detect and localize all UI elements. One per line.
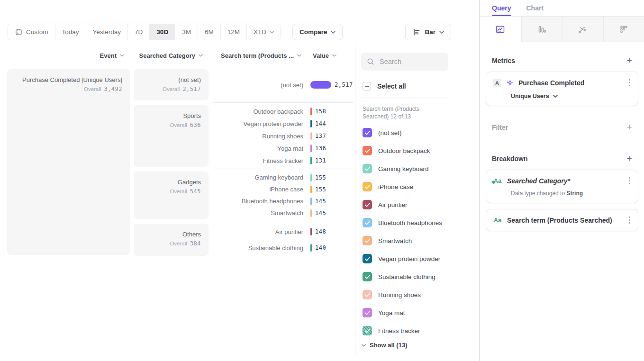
event-cell[interactable]: Purchase Completed [Unique Users] Overal… — [7, 69, 130, 255]
category-cell[interactable]: Sports Overall636 — [134, 105, 209, 167]
term-checkbox[interactable] — [363, 182, 372, 191]
date-range-yesterday[interactable]: Yesterday — [86, 24, 128, 40]
term-filter-item[interactable]: Air purifier — [363, 196, 479, 214]
search-input[interactable] — [379, 57, 442, 66]
term-row[interactable]: Vegan protein powder 144 — [213, 118, 354, 129]
term-filter-item[interactable]: iPhone case — [363, 178, 479, 196]
term-checkbox[interactable] — [363, 128, 372, 137]
date-range-xtd[interactable]: XTD — [246, 24, 281, 40]
show-all-button[interactable]: Show all (13) — [362, 342, 479, 349]
term-checkbox[interactable] — [363, 272, 372, 281]
term-checkbox[interactable] — [363, 326, 372, 335]
date-range-today[interactable]: Today — [55, 24, 86, 40]
term-row[interactable]: Yoga mat 136 — [213, 143, 354, 153]
term-row[interactable]: Smartwatch 145 — [213, 208, 354, 218]
breakdown-options-kebab-icon[interactable] — [627, 216, 632, 225]
breakdown-card[interactable]: Aa Search term (Products Searched) — [486, 209, 638, 231]
term-row[interactable]: Outdoor backpack 158 — [213, 106, 354, 117]
category-cell[interactable]: (not set) Overall2,517 — [134, 69, 209, 100]
compare-button[interactable]: Compare — [292, 24, 343, 40]
term-label: Bluetooth headphones — [213, 198, 303, 205]
term-filter-item[interactable]: (not set) — [363, 124, 479, 142]
term-filter-item[interactable]: Gaming keyboard — [363, 160, 479, 178]
term-row[interactable]: (not set) 2,517 — [213, 80, 354, 90]
add-filter-button[interactable]: + — [624, 122, 635, 133]
horizontal-bar-chart-icon — [412, 28, 421, 36]
term-filter-item[interactable]: Running shoes — [363, 286, 479, 304]
term-filter-item[interactable]: Bluetooth headphones — [363, 214, 479, 232]
report-tab-retention-icon[interactable] — [603, 17, 644, 42]
term-label: iPhone case — [213, 186, 303, 193]
term-filter-item[interactable]: Sustainable clothing — [363, 268, 479, 286]
search-box[interactable] — [361, 53, 448, 71]
breakdown-title: Breakdown — [492, 155, 527, 162]
term-checkbox[interactable] — [363, 218, 372, 227]
date-range-30d[interactable]: 30D — [149, 24, 175, 40]
date-range-3m[interactable]: 3M — [175, 24, 198, 40]
group-separator — [213, 221, 354, 221]
select-all-row[interactable]: Select all — [363, 82, 479, 90]
term-checkbox[interactable] — [363, 200, 372, 209]
check-icon — [364, 274, 371, 280]
chart-type-label: Bar — [425, 28, 435, 36]
column-header-event[interactable]: Event — [47, 50, 124, 61]
term-filter-item[interactable]: Outdoor backpack — [363, 142, 479, 160]
report-tab-flows-icon[interactable] — [562, 17, 603, 42]
column-header-searched-category[interactable]: Searched Category — [134, 50, 203, 61]
filter-section-header: Filter + — [480, 122, 644, 133]
term-checkbox[interactable] — [363, 290, 372, 299]
date-range-7d[interactable]: 7D — [127, 24, 149, 40]
term-checkbox[interactable] — [363, 254, 372, 263]
term-checkbox-list: (not set) Outdoor backpack Gaming keyboa… — [361, 124, 479, 340]
term-filter-item[interactable]: Fitness tracker — [363, 322, 479, 340]
date-range-custom[interactable]: Custom — [8, 24, 55, 40]
main-area: CustomTodayYesterday7D30D3M6M12MXTD Comp… — [0, 0, 480, 361]
chart-type-button[interactable]: Bar — [405, 24, 451, 40]
breakdown-card[interactable]: Aa✱ Searched Category* Data type changed… — [486, 170, 638, 203]
term-checkbox[interactable] — [363, 308, 372, 317]
term-checkbox[interactable] — [363, 236, 372, 245]
term-row[interactable]: Bluetooth headphones 145 — [213, 196, 354, 207]
date-range-6m[interactable]: 6M — [198, 24, 220, 40]
term-row[interactable]: Sustainable clothing 140 — [213, 243, 354, 253]
term-filter-item[interactable]: Smartwatch — [363, 232, 479, 250]
breakdown-options-kebab-icon[interactable] — [627, 176, 632, 185]
add-breakdown-button[interactable]: + — [624, 153, 635, 164]
category-cell[interactable]: Others Overall384 — [134, 224, 209, 256]
term-row[interactable]: Gaming keyboard 155 — [213, 172, 354, 183]
chevron-down-icon — [553, 95, 558, 98]
term-row[interactable]: Air purifier 148 — [213, 226, 354, 237]
category-cell[interactable]: Gadgets Overall545 — [134, 171, 209, 219]
content: Event Searched Category Search term (Pro… — [0, 46, 479, 355]
metrics-section-header: Metrics + — [480, 55, 644, 66]
segment-filter-panel: Select all Search term (Products Searche… — [355, 46, 479, 355]
term-value: 136 — [315, 145, 326, 152]
breakdown-cards: Aa✱ Searched Category* Data type changed… — [480, 170, 644, 231]
term-checkbox[interactable] — [363, 146, 372, 155]
report-tab-funnels-icon[interactable] — [521, 17, 562, 42]
term-filter-label: Outdoor backpack — [378, 147, 430, 154]
term-filter-item[interactable]: Yoga mat — [363, 304, 479, 322]
metric-card[interactable]: A Purchase Completed Unique Users — [486, 72, 638, 106]
term-group: Outdoor backpack 158Vegan protein powder… — [213, 105, 354, 167]
column-header-search-term[interactable]: Search term (Products ... — [212, 50, 301, 61]
toolbar: CustomTodayYesterday7D30D3M6M12MXTD Comp… — [8, 24, 451, 40]
term-row[interactable]: iPhone case 155 — [213, 184, 354, 195]
column-header-value[interactable]: Value — [313, 50, 336, 61]
term-checkbox[interactable] — [363, 164, 372, 173]
measure-selector[interactable]: Unique Users — [511, 93, 632, 99]
term-row[interactable]: Fitness tracker 131 — [213, 155, 354, 166]
term-row[interactable]: Running shoes 137 — [213, 131, 354, 141]
add-metric-button[interactable]: + — [624, 55, 635, 66]
date-range-12m[interactable]: 12M — [220, 24, 246, 40]
tab-query[interactable]: Query — [492, 0, 511, 16]
select-all-checkbox[interactable] — [363, 82, 371, 90]
string-property-icon: Aa✱ — [493, 177, 502, 185]
term-filter-item[interactable]: Vegan protein powder — [363, 250, 479, 268]
breakdown-property-name: Searched Category* — [507, 177, 622, 185]
report-tab-insights-icon[interactable] — [480, 17, 521, 42]
term-label: Sustainable clothing — [213, 244, 303, 252]
tab-chart[interactable]: Chart — [526, 0, 544, 16]
value-bar — [310, 144, 312, 152]
metric-options-kebab-icon[interactable] — [627, 78, 632, 87]
